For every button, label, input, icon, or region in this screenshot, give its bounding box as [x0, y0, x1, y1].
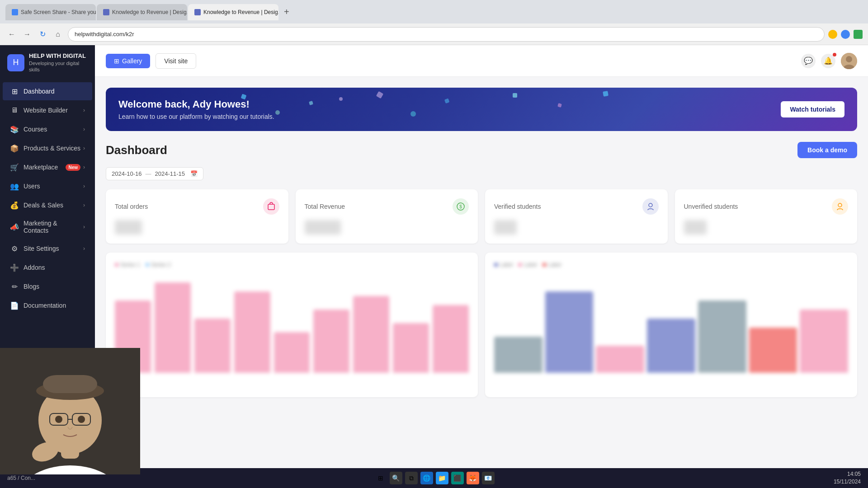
sidebar-item-dashboard-label: Dashboard — [24, 88, 55, 95]
bar-2 — [155, 282, 191, 373]
sidebar-item-marketing-contacts-label: Marketing & Contacts — [24, 220, 83, 234]
taskbar-app1-icon[interactable]: 🦊 — [467, 472, 479, 484]
tab-2-label: Knowledge to Revenue | Desig... — [112, 9, 187, 15]
svg-rect-7 — [513, 93, 517, 98]
sidebar-item-deals-sales[interactable]: 💰 Deals & Sales › — [3, 196, 92, 214]
bar-5 — [274, 332, 310, 373]
website-builder-icon: 🖥 — [10, 106, 19, 115]
sidebar-item-marketplace-left: 🛒 Marketplace — [10, 163, 58, 172]
stat-card-total-orders: Total orders — [106, 189, 288, 244]
chart-orders-bars — [115, 273, 469, 373]
user-avatar[interactable] — [841, 53, 857, 69]
home-button[interactable]: ⌂ — [52, 28, 64, 41]
date-range-picker[interactable]: 2024-10-16 — 2024-11-15 📅 — [106, 167, 203, 180]
taskbar-folder-icon[interactable]: 📁 — [436, 472, 448, 484]
menu-icon[interactable] — [854, 30, 863, 39]
sidebar-item-addons[interactable]: ➕ Addons — [3, 258, 92, 277]
rev-bar-3 — [596, 346, 644, 373]
sidebar-item-site-settings[interactable]: ⚙ Site Settings › — [3, 239, 92, 258]
svg-rect-8 — [557, 103, 562, 108]
extensions-icon[interactable] — [828, 30, 837, 39]
sidebar-item-blogs[interactable]: ✏ Blogs — [3, 277, 92, 296]
taskbar-windows-icon[interactable]: ⊞ — [374, 472, 387, 484]
calendar-icon: 📅 — [190, 170, 198, 177]
marketplace-right: New › — [66, 164, 85, 171]
bar-4 — [234, 291, 270, 373]
sidebar-item-users[interactable]: 👥 Users › — [3, 177, 92, 195]
stat-card-total-revenue: Total Revenue $ — [296, 189, 478, 244]
back-button[interactable]: ← — [5, 28, 18, 41]
page-title: Dashboard — [106, 143, 167, 157]
sidebar-item-documentation[interactable]: 📄 Documentation — [3, 296, 92, 314]
total-revenue-label: Total Revenue — [305, 203, 345, 210]
chart-revenue-legend-3: Label — [542, 262, 561, 268]
sidebar-item-marketplace-label: Marketplace — [24, 164, 58, 171]
sidebar-item-dashboard[interactable]: ⊞ Dashboard — [3, 82, 92, 100]
stat-card-unverified-students: Unverified students — [675, 189, 858, 244]
stat-card-total-orders-header: Total orders — [115, 198, 279, 215]
marketplace-chevron-icon: › — [83, 164, 85, 170]
nav-controls: ← → ↻ ⌂ — [5, 28, 64, 41]
marketplace-new-badge: New — [66, 164, 80, 171]
welcome-title: Welcome back, Ady Howes! — [118, 99, 274, 110]
taskbar-app2-icon[interactable]: 📧 — [482, 472, 495, 484]
sidebar-item-blogs-label: Blogs — [24, 283, 39, 290]
sidebar-item-website-builder[interactable]: 🖥 Website Builder › — [3, 101, 92, 119]
topbar: ⊞ Gallery Visit site 💬 🔔 — [95, 45, 868, 77]
svg-point-11 — [339, 97, 343, 101]
new-tab-button[interactable]: + — [279, 4, 294, 20]
verified-students-icon — [642, 198, 659, 215]
taskbar-center: ⊞ 🔍 ⧉ 🌐 📁 ⬛ 🦊 📧 — [374, 472, 495, 484]
tab-1[interactable]: Safe Screen Share - Share you... × — [5, 4, 96, 20]
taskbar-search-icon[interactable]: 🔍 — [390, 472, 402, 484]
svg-rect-6 — [444, 99, 450, 104]
date-end: 2024-11-15 — [155, 170, 185, 177]
address-bar[interactable]: helpwithdigital.com/k2r — [68, 27, 825, 42]
sidebar-item-marketing-contacts[interactable]: 📣 Marketing & Contacts › — [3, 215, 92, 239]
browser-chrome: Safe Screen Share - Share you... × Knowl… — [0, 0, 868, 23]
rev-bar-7 — [800, 310, 848, 373]
orders-icon — [263, 198, 279, 215]
tab-1-favicon — [12, 9, 18, 15]
logo-text: HELP WITH DIGITAL Developing your digita… — [29, 52, 88, 73]
sidebar-item-marketplace[interactable]: 🛒 Marketplace New › — [3, 158, 92, 176]
notification-bell-icon[interactable]: 🔔 — [821, 54, 835, 68]
taskbar-status: a65 / Con... — [7, 475, 35, 481]
sidebar-item-courses-left: 📚 Courses — [10, 125, 47, 134]
sidebar-item-deals-sales-left: 💰 Deals & Sales — [10, 201, 63, 210]
taskbar-task-view-icon[interactable]: ⧉ — [405, 472, 418, 484]
tab-2[interactable]: Knowledge to Revenue | Desig... × — [97, 4, 187, 20]
svg-rect-23 — [43, 375, 97, 393]
total-revenue-value — [305, 220, 341, 235]
site-settings-icon: ⚙ — [10, 244, 19, 253]
sidebar-item-website-builder-left: 🖥 Website Builder — [10, 106, 68, 115]
forward-button[interactable]: → — [21, 28, 33, 41]
account-icon[interactable] — [841, 30, 850, 39]
sidebar-item-courses[interactable]: 📚 Courses › — [3, 120, 92, 138]
svg-rect-5 — [376, 91, 383, 99]
taskbar-terminal-icon[interactable]: ⬛ — [451, 472, 464, 484]
sidebar-item-site-settings-left: ⚙ Site Settings — [10, 244, 59, 253]
book-demo-button[interactable]: Book a demo — [797, 142, 857, 158]
sidebar-item-site-settings-label: Site Settings — [24, 245, 59, 252]
tab-3-label: Knowledge to Revenue | Desig... — [203, 9, 278, 15]
taskbar-chrome-icon[interactable]: 🌐 — [420, 472, 433, 484]
chart-orders-legend-blue: Series 2 — [146, 262, 171, 268]
main-content: Welcome back, Ady Howes! Learn how to us… — [95, 77, 868, 468]
svg-point-16 — [649, 203, 652, 207]
visit-site-button[interactable]: Visit site — [156, 53, 196, 69]
users-icon: 👥 — [10, 182, 19, 191]
site-settings-chevron-icon: › — [83, 245, 85, 252]
chat-icon[interactable]: 💬 — [801, 54, 816, 68]
marketing-contacts-chevron-icon: › — [83, 224, 85, 230]
dashboard-icon: ⊞ — [10, 87, 19, 96]
svg-point-1 — [846, 56, 852, 62]
watch-tutorials-button[interactable]: Watch tutorials — [781, 101, 844, 117]
gallery-button[interactable]: ⊞ Gallery — [106, 54, 150, 68]
tab-3[interactable]: Knowledge to Revenue | Desig... × — [188, 4, 278, 20]
chart-revenue-legend-1: Label — [494, 262, 513, 268]
date-start: 2024-10-16 — [112, 170, 142, 177]
visit-site-label: Visit site — [164, 57, 188, 65]
sidebar-item-products-services[interactable]: 📦 Products & Services › — [3, 139, 92, 157]
reload-button[interactable]: ↻ — [36, 28, 49, 41]
